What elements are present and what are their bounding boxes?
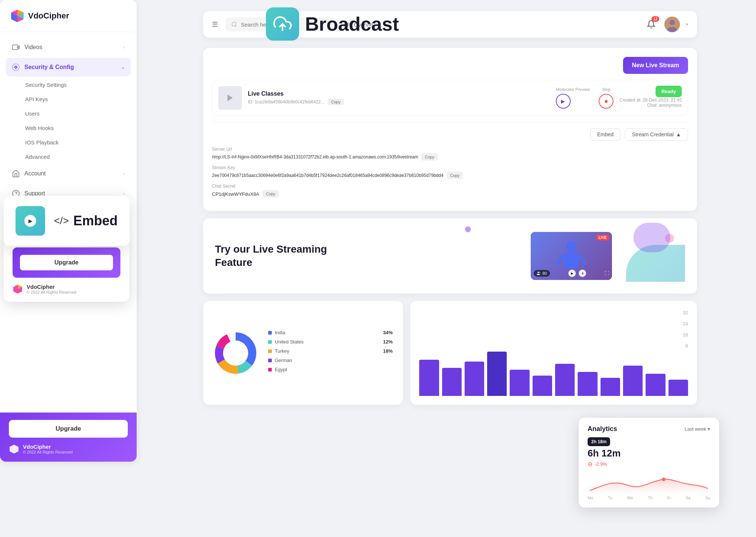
analytics-change-row: ⊖ -2.9% <box>588 461 710 468</box>
analytics-overlay-header: Analytics Last week ▾ <box>588 425 710 433</box>
avatar-dropdown-icon[interactable]: ▾ <box>686 22 688 27</box>
large-bar-4 <box>510 370 529 396</box>
footer-logo-icon <box>9 444 19 454</box>
upgrade-button[interactable]: Upgrade <box>9 420 128 438</box>
feature-title: Try our Live Streaming Feature <box>215 243 443 270</box>
sidebar-item-security[interactable]: Security & Config ⌄ <box>6 58 131 76</box>
large-bar-10 <box>646 374 665 396</box>
stream-key-copy-button[interactable]: Copy <box>447 172 463 179</box>
users-label: Users <box>25 110 40 117</box>
turkey-dot <box>268 349 272 353</box>
large-bar-8 <box>601 378 620 396</box>
sidebar-sub-users[interactable]: Users <box>6 107 131 120</box>
analytics-period-selector[interactable]: Last week ▾ <box>684 426 710 432</box>
videos-label: Videos <box>24 44 42 51</box>
notification-badge: 12 <box>651 16 659 22</box>
large-bar-3 <box>487 352 507 396</box>
sidebar-sub-webhooks[interactable]: Web Hooks <box>6 121 131 135</box>
hamburger-menu-icon[interactable]: ☰ <box>212 20 218 28</box>
wave-chart-svg <box>588 472 710 494</box>
legend-german: German <box>268 358 393 363</box>
person-silhouette <box>557 239 586 273</box>
sidebar-sub-security-settings[interactable]: Security Settings <box>6 78 131 92</box>
tv-fullscreen-btn[interactable]: ⛶ <box>605 271 609 276</box>
svg-point-15 <box>232 22 236 26</box>
legend-egypt: Egypt <box>268 367 393 372</box>
upgrade-brand: VdoCipher <box>27 284 76 290</box>
new-live-stream-button[interactable]: New Live Stream <box>623 57 688 74</box>
chat-secret-value: CP1djKswWYFduX8A Copy <box>212 190 688 198</box>
stream-meta: Created at: 28-Dec-2023, 21:45 Chat: ano… <box>619 98 682 108</box>
large-bar-9 <box>623 366 643 396</box>
embed-title: Embed <box>73 213 117 229</box>
server-url-field: Server Url rtmp://LS-Inf-Nginx-0xMXseHfx… <box>212 147 688 161</box>
analytics-overlay-title: Analytics <box>588 425 617 433</box>
vdocipher-logo-icon <box>10 9 24 23</box>
sidebar-item-videos[interactable]: Videos › <box>6 38 131 57</box>
security-icon <box>12 63 20 71</box>
stop-button[interactable]: ■ <box>599 94 613 109</box>
sidebar-sub-ios[interactable]: IOS Playback <box>6 136 131 149</box>
advanced-label: Advanced <box>25 154 50 160</box>
stream-key-field: Stream Key 2ee700479c871b5aacc30694e0e6f… <box>212 165 688 179</box>
bar-chart-yaxis: 3224168 <box>419 310 688 349</box>
viewer-icon <box>537 271 541 276</box>
upgrade-footer-logo <box>13 284 23 294</box>
svg-marker-14 <box>10 445 18 454</box>
upgrade-inner-box: Upgrade <box>13 247 120 278</box>
server-url-copy-button[interactable]: Copy <box>421 153 438 161</box>
sidebar-sub-api-keys[interactable]: API Keys <box>6 92 131 106</box>
decorative-blob-purple <box>633 223 670 252</box>
large-bar-11 <box>668 380 688 396</box>
chevron-down-icon: ▾ <box>708 426 710 432</box>
tv-play-btn[interactable]: ▶ <box>568 270 576 277</box>
stream-id: ID: 1ca1fe9a456b40b9b0c42feb6422... Copy <box>248 99 550 105</box>
large-bar-6 <box>555 364 575 396</box>
large-bar-chart-card: 3224168 <box>410 301 697 405</box>
donut-chart-card: India 34% United States 12% Turkey 18% G… <box>203 301 403 405</box>
security-chevron: ⌄ <box>121 65 125 70</box>
stream-thumbnail <box>218 86 242 110</box>
notification-button[interactable]: 12 <box>644 17 658 32</box>
moderator-preview-button[interactable]: ▶ <box>556 94 571 109</box>
svg-line-25 <box>581 256 584 263</box>
tv-controls: 80 ▶ ⏸ ⛶ <box>534 270 609 277</box>
donut-chart-svg <box>213 331 258 375</box>
upgrade-popup: Upgrade VdoCipher © 2022 All Rights Rese… <box>4 240 129 302</box>
security-label: Security & Config <box>24 64 74 71</box>
svg-point-22 <box>566 242 577 252</box>
video-icon <box>12 43 20 51</box>
large-bar-7 <box>578 372 597 396</box>
chat-secret-label: Chat Secret <box>212 184 688 189</box>
feature-illustration: LIVE 80 ▶ ⏸ ⛶ <box>458 230 685 282</box>
feature-section: Try our Live Streaming Feature <box>203 218 697 294</box>
webhooks-label: Web Hooks <box>25 125 54 131</box>
viewer-count: 80 <box>534 270 550 277</box>
sidebar-sub-advanced[interactable]: Advanced <box>6 150 131 164</box>
analytics-change: -2.9% <box>595 461 607 467</box>
legend-turkey: Turkey 18% <box>268 348 393 354</box>
moderator-preview-label: Moderator Preview <box>556 87 590 92</box>
chat-secret-copy-button[interactable]: Copy <box>262 190 279 198</box>
upgrade-copyright: © 2022 All Rights Reserved <box>27 290 76 294</box>
analytics-metric-row: 6h 12m <box>588 448 710 459</box>
donut-legend: India 34% United States 12% Turkey 18% G… <box>268 330 393 376</box>
user-avatar[interactable] <box>664 17 680 32</box>
stream-status-area: Ready Created at: 28-Dec-2023, 21:45 Cha… <box>619 88 682 108</box>
embed-play-icon: ▶ <box>24 215 36 227</box>
tv-pause-btn[interactable]: ⏸ <box>579 270 586 277</box>
upgrade-section: Upgrade VdoCipher © 2022 All Rights Rese… <box>0 413 137 462</box>
stream-id-copy-button[interactable]: Copy <box>328 99 345 105</box>
embed-button[interactable]: Embed <box>590 128 620 141</box>
large-bar-chart <box>419 352 688 396</box>
play-placeholder-icon <box>226 93 235 102</box>
footer-brand: VdoCipher <box>23 444 73 450</box>
sidebar-item-account[interactable]: Account › <box>6 164 131 183</box>
stream-credential-button[interactable]: Stream Credential ▲ <box>625 128 688 141</box>
credentials-toggle: Embed Stream Credential ▲ <box>212 128 688 141</box>
svg-point-35 <box>662 478 666 481</box>
stream-info: Live Classes ID: 1ca1fe9a456b40b9b0c42fe… <box>248 90 550 105</box>
stream-name: Live Classes <box>248 90 550 97</box>
upgrade-inner-button[interactable]: Upgrade <box>20 255 113 270</box>
live-stream-card: New Live Stream Live Classes ID: 1ca1fe9… <box>203 48 697 211</box>
